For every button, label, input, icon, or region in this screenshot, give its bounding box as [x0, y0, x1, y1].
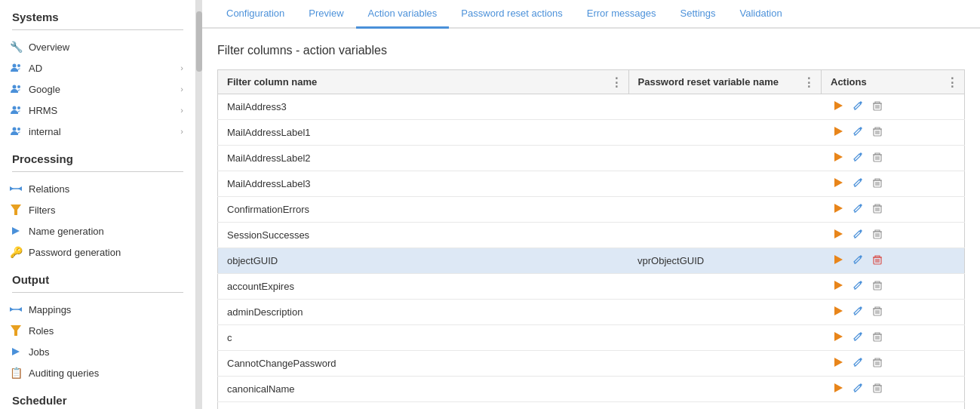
sidebar-section-systems: Systems 🔧 Overview AD › Google › HRMS › — [0, 0, 195, 142]
delete-button[interactable] — [870, 125, 885, 140]
key-icon: 🔑 — [9, 245, 23, 259]
sidebar-item-label: Name generation — [29, 226, 104, 237]
play-button[interactable] — [831, 176, 846, 192]
cell-filter-column-name: MailAddressLabel3 — [218, 171, 629, 197]
edit-button[interactable] — [850, 150, 865, 166]
column-menu-variable-name[interactable]: ⋮ — [803, 75, 815, 89]
chevron-right-icon: › — [180, 63, 183, 72]
svg-point-6 — [13, 128, 17, 131]
edit-button[interactable] — [850, 176, 865, 192]
cell-actions — [822, 248, 965, 274]
svg-point-2 — [13, 85, 17, 89]
play-button[interactable] — [831, 253, 846, 269]
cell-variable-name — [628, 377, 822, 402]
edit-button[interactable] — [850, 201, 865, 217]
sidebar-item-label: Mappings — [29, 304, 71, 315]
edit-button[interactable] — [850, 125, 865, 140]
svg-marker-95 — [834, 383, 843, 392]
edit-button[interactable] — [850, 304, 865, 320]
sidebar-item-relations[interactable]: Relations — [0, 178, 195, 199]
column-menu-filter-name[interactable]: ⋮ — [610, 75, 622, 89]
delete-button[interactable] — [870, 278, 885, 294]
sidebar-item-ad[interactable]: AD › — [0, 57, 195, 78]
cell-variable-name — [628, 351, 822, 377]
play-button[interactable] — [831, 355, 846, 371]
name-gen-icon — [9, 224, 23, 238]
sidebar-item-label: Password generation — [29, 247, 121, 258]
cell-variable-name — [628, 402, 822, 410]
cell-variable-name — [628, 171, 822, 197]
tab-password-reset-actions[interactable]: Password reset actions — [449, 0, 574, 29]
delete-button[interactable] — [870, 355, 885, 371]
sidebar-section-title-processing: Processing — [0, 142, 195, 171]
sidebar-section-processing: Processing Relations Filters Name genera… — [0, 142, 195, 263]
sidebar-scrollbar[interactable] — [196, 0, 202, 409]
sidebar: Systems 🔧 Overview AD › Google › HRMS › — [0, 0, 196, 409]
cell-variable-name: vprObjectGUID — [628, 248, 822, 274]
tab-preview[interactable]: Preview — [296, 0, 355, 29]
column-menu-actions[interactable]: ⋮ — [946, 75, 958, 89]
sidebar-item-roles[interactable]: Roles — [0, 320, 195, 341]
svg-marker-46 — [834, 204, 843, 213]
sidebar-item-filters[interactable]: Filters — [0, 199, 195, 220]
svg-marker-53 — [834, 229, 843, 238]
delete-button[interactable] — [870, 150, 885, 166]
sidebar-item-label: Roles — [29, 325, 54, 337]
delete-button[interactable] — [870, 381, 885, 397]
chevron-right-icon: › — [180, 127, 183, 136]
delete-button[interactable] — [870, 227, 885, 243]
play-button[interactable] — [831, 150, 846, 166]
cell-variable-name — [628, 197, 822, 223]
delete-button[interactable] — [870, 253, 885, 269]
delete-button[interactable] — [870, 201, 885, 217]
sidebar-item-label: Google — [29, 84, 60, 95]
column-header-actions: Actions ⋮ — [822, 70, 965, 94]
play-button[interactable] — [831, 381, 846, 397]
scrollbar-thumb[interactable] — [196, 11, 202, 72]
edit-button[interactable] — [850, 381, 865, 397]
table-row: objectGUIDvprObjectGUID — [218, 248, 965, 274]
edit-button[interactable] — [850, 99, 865, 115]
play-button[interactable] — [831, 278, 846, 294]
sidebar-item-overview[interactable]: 🔧 Overview — [0, 36, 195, 57]
tab-configuration[interactable]: Configuration — [214, 0, 296, 29]
table-row: ChangePasswordAtLogon — [218, 402, 965, 410]
delete-button[interactable] — [870, 176, 885, 192]
play-button[interactable] — [831, 201, 846, 217]
delete-button[interactable] — [870, 330, 885, 346]
play-button[interactable] — [831, 227, 846, 243]
play-button[interactable] — [831, 304, 846, 320]
cell-variable-name — [628, 274, 822, 300]
edit-button[interactable] — [850, 330, 865, 346]
sidebar-item-label: Jobs — [29, 346, 49, 358]
sidebar-item-google[interactable]: Google › — [0, 78, 195, 100]
edit-button[interactable] — [850, 355, 865, 371]
svg-point-0 — [13, 64, 17, 68]
cell-actions — [822, 120, 965, 146]
table-row: ConfirmationErrors — [218, 197, 965, 223]
play-button[interactable] — [831, 125, 846, 140]
sidebar-item-jobs[interactable]: Jobs — [0, 341, 195, 362]
delete-button[interactable] — [870, 99, 885, 115]
sidebar-item-auditing-queries[interactable]: 📋 Auditing queries — [0, 362, 195, 383]
play-button[interactable] — [831, 99, 846, 115]
filter-icon — [9, 203, 23, 217]
delete-button[interactable] — [870, 304, 885, 320]
tab-error-messages[interactable]: Error messages — [575, 0, 668, 29]
cell-filter-column-name: MailAddressLabel1 — [218, 120, 629, 146]
tab-validation[interactable]: Validation — [728, 0, 794, 29]
cell-filter-column-name: ChangePasswordAtLogon — [218, 402, 629, 410]
sidebar-item-password-generation[interactable]: 🔑 Password generation — [0, 241, 195, 263]
roles-icon — [9, 324, 23, 337]
edit-button[interactable] — [850, 278, 865, 294]
sidebar-item-internal[interactable]: internal › — [0, 121, 195, 142]
sidebar-item-hrms[interactable]: HRMS › — [0, 100, 195, 121]
tab-action-variables[interactable]: Action variables — [356, 0, 450, 29]
edit-button[interactable] — [850, 253, 865, 269]
edit-button[interactable] — [850, 227, 865, 243]
sidebar-item-name-generation[interactable]: Name generation — [0, 220, 195, 241]
play-button[interactable] — [831, 330, 846, 346]
tab-settings[interactable]: Settings — [668, 0, 728, 29]
sidebar-item-mappings[interactable]: Mappings — [0, 299, 195, 320]
svg-marker-67 — [834, 281, 843, 290]
